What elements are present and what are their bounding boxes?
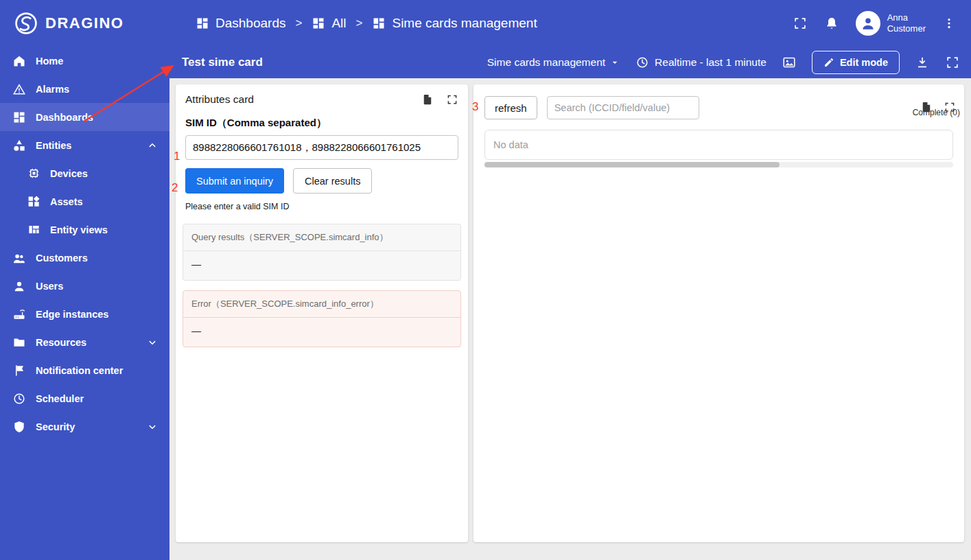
chevron-down-icon	[146, 421, 159, 433]
sidebar-item-scheduler[interactable]: Scheduler	[0, 384, 169, 412]
error-panel-value: —	[183, 318, 460, 347]
sidebar-item-users[interactable]: Users	[0, 272, 169, 300]
home-icon	[12, 54, 26, 68]
person-icon	[860, 15, 876, 32]
sidebar-item-entity-views[interactable]: Entity views	[0, 215, 169, 244]
expand-widget-button[interactable]	[944, 101, 956, 113]
expand-widget-button[interactable]	[446, 93, 458, 106]
attributes-card-header: Attributes card	[176, 84, 468, 110]
breadcrumb-separator: >	[295, 16, 302, 30]
sidebar-item-label: Alarms	[36, 84, 69, 95]
expand-icon	[446, 93, 458, 106]
top-header: DRAGINO Dashboards > All > Sime cards ma…	[0, 0, 971, 47]
scrollbar-thumb[interactable]	[484, 162, 780, 167]
chevron-up-icon	[146, 139, 159, 152]
edit-mode-label: Edit mode	[840, 57, 888, 68]
attributes-card: Attributes card SIM ID（Comma separated） …	[176, 84, 468, 542]
table-toolbar: refresh	[473, 84, 964, 125]
sidebar-item-label: Security	[36, 421, 75, 432]
breadcrumb-item-all[interactable]: All	[312, 16, 346, 31]
query-results-title: Query results（SERVER_SCOPE.simcard_info）	[183, 224, 460, 251]
users-icon	[12, 279, 26, 293]
breadcrumb: Dashboards > All > Sime cards management	[196, 16, 537, 31]
sidebar-item-edge-instances[interactable]: Edge instances	[0, 300, 169, 328]
warning-icon	[12, 82, 26, 96]
no-data-row: No data	[484, 130, 953, 160]
breadcrumb-item-dashboards[interactable]: Dashboards	[196, 16, 285, 31]
devices-icon	[27, 167, 40, 180]
sidebar-item-notification-center[interactable]: Notification center	[0, 356, 169, 384]
expand-icon	[944, 101, 956, 113]
sidebar-item-assets[interactable]: Assets	[0, 187, 169, 215]
user-menu[interactable]: Anna Customer	[856, 11, 926, 36]
clock-icon	[635, 56, 649, 69]
attributes-card-actions	[421, 93, 458, 106]
fullscreen-icon	[945, 55, 960, 70]
pencil-icon	[823, 57, 834, 68]
file-icon	[920, 101, 933, 113]
page-title: Test sime card	[182, 56, 263, 69]
query-results-value: —	[183, 251, 460, 280]
breadcrumb-label: Dashboards	[215, 16, 285, 31]
search-input[interactable]	[547, 96, 699, 119]
sidebar-item-label: Edge instances	[36, 309, 108, 320]
user-names: Anna Customer	[887, 12, 926, 35]
more-menu-button[interactable]	[942, 16, 956, 30]
edit-mode-button[interactable]: Edit mode	[812, 51, 900, 74]
sim-id-input[interactable]	[185, 135, 458, 160]
timewindow-button[interactable]: Realtime - last 1 minute	[635, 56, 767, 69]
dashboard-state-label: Sime cards management	[487, 56, 605, 69]
sim-id-hint: Please enter a valid SIM ID	[176, 196, 468, 218]
horizontal-scrollbar[interactable]	[484, 162, 953, 167]
bell-icon	[824, 16, 839, 31]
file-icon	[421, 93, 434, 106]
user-role: Customer	[887, 23, 926, 34]
breadcrumb-separator: >	[356, 16, 363, 30]
sidebar-item-entities[interactable]: Entities	[0, 131, 169, 159]
header-actions: Anna Customer	[793, 11, 971, 36]
dashboard-state-select[interactable]: Sime cards management	[487, 56, 620, 69]
sim-id-label: SIM ID（Comma separated）	[176, 110, 468, 135]
sidebar-item-label: Entity views	[50, 224, 108, 235]
breadcrumb-item-sime-cards[interactable]: Sime cards management	[372, 16, 537, 31]
breadcrumb-label: All	[331, 16, 346, 31]
dashboard-content: Attributes card SIM ID（Comma separated） …	[169, 78, 971, 560]
export-widget-button[interactable]	[421, 93, 434, 106]
annotation-step-1: 1	[174, 150, 180, 163]
customers-icon	[12, 251, 26, 265]
sidebar-item-devices[interactable]: Devices	[0, 159, 169, 187]
breadcrumb-label: Sime cards management	[392, 16, 537, 31]
dashboards-icon	[196, 16, 209, 30]
sidebar-item-customers[interactable]: Customers	[0, 244, 169, 272]
sidebar-item-home[interactable]: Home	[0, 47, 169, 75]
folder-icon	[12, 336, 26, 349]
brand-logo[interactable]: DRAGINO	[0, 11, 169, 36]
sidebar-item-dashboards[interactable]: Dashboards	[0, 103, 169, 131]
shield-icon	[12, 420, 26, 434]
user-name: Anna	[887, 12, 926, 23]
dashboards-icon	[12, 110, 26, 124]
sim-table-card: refresh Complete (0) No data	[473, 84, 964, 542]
sidebar: Home Alarms Dashboards Entities Devices …	[0, 47, 169, 560]
submit-inquiry-button[interactable]: Submit an inquiry	[185, 168, 284, 194]
sidebar-item-alarms[interactable]: Alarms	[0, 75, 169, 103]
refresh-button[interactable]: refresh	[484, 96, 537, 119]
sidebar-item-label: Entities	[36, 140, 71, 151]
sidebar-item-resources[interactable]: Resources	[0, 328, 169, 356]
clear-results-button[interactable]: Clear results	[293, 168, 372, 194]
sidebar-item-label: Devices	[50, 168, 88, 179]
sidebar-item-security[interactable]: Security	[0, 412, 169, 441]
annotation-step-2: 2	[172, 181, 178, 195]
clock-icon	[12, 392, 26, 406]
dashboard-image-button[interactable]	[782, 55, 797, 70]
notifications-button[interactable]	[824, 16, 839, 31]
error-panel: Error（SERVER_SCOPE.simcard_info_error） —	[183, 290, 461, 347]
avatar	[856, 11, 880, 36]
download-icon	[915, 55, 930, 70]
dashboards-icon	[312, 16, 325, 30]
dashboard-fullscreen-button[interactable]	[945, 55, 960, 70]
fullscreen-button[interactable]	[793, 16, 808, 31]
brand-logo-icon	[14, 11, 38, 36]
export-widget-button[interactable]	[920, 101, 933, 113]
download-button[interactable]	[915, 55, 930, 70]
